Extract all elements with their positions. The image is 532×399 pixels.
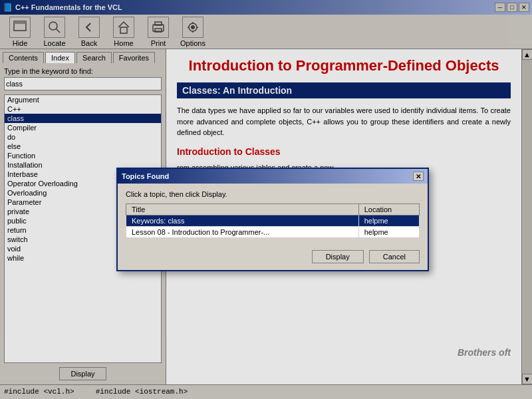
table-row[interactable]: Lesson 08 - Introduction to Programmer-.… [126,227,420,238]
modal-body: Click a topic, then click Display. Title… [118,184,428,245]
topics-found-dialog: Topics Found ✕ Click a topic, then click… [116,168,429,271]
row-title: Keywords: class [126,215,359,227]
row-location: helpme [358,215,419,227]
table-row[interactable]: Keywords: class helpme [126,215,420,227]
column-location: Location [358,204,419,215]
row-location: helpme [358,227,419,238]
modal-title-bar: Topics Found ✕ [118,169,428,184]
column-title: Title [126,204,359,215]
modal-overlay: Topics Found ✕ Click a topic, then click… [0,0,532,399]
modal-title: Topics Found [122,172,169,180]
modal-close-button[interactable]: ✕ [413,172,424,181]
row-title: Lesson 08 - Introduction to Programmer-.… [126,227,359,238]
modal-cancel-button[interactable]: Cancel [369,250,420,263]
modal-display-button[interactable]: Display [312,250,364,263]
topics-table: Title Location Keywords: class helpme Le… [126,203,420,238]
modal-instruction: Click a topic, then click Display. [126,190,420,198]
modal-footer: Display Cancel [118,245,428,270]
